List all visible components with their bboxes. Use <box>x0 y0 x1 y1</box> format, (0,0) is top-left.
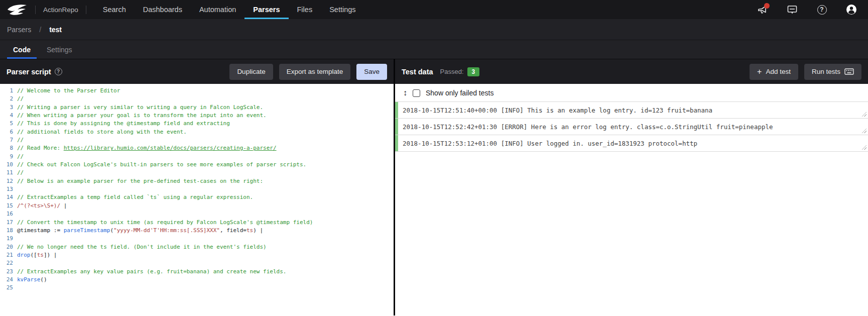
line-number: 25 <box>0 284 13 292</box>
notifications-megaphone-icon[interactable] <box>757 4 768 15</box>
resize-grip-icon[interactable] <box>862 129 866 133</box>
tab-settings[interactable]: Settings <box>41 40 78 59</box>
test-input-text[interactable]: 2018-10-15T12:51:40+00:00 [INFO] This is… <box>398 102 712 118</box>
code-text: // Writing a parser is very similar to w… <box>17 103 263 112</box>
test-case-row[interactable]: 2018-10-15T12:52:42+01:30 [ERROR] Here i… <box>395 119 868 135</box>
code-line[interactable]: 3// Writing a parser is very similar to … <box>0 103 394 112</box>
line-number: 20 <box>0 243 13 251</box>
code-line[interactable]: 2// <box>0 95 394 103</box>
line-number: 23 <box>0 268 13 276</box>
code-text: kvParse() <box>17 276 47 284</box>
line-number: 2 <box>0 95 13 103</box>
code-line[interactable]: 13 <box>0 185 394 193</box>
line-number: 3 <box>0 103 13 112</box>
code-line[interactable]: 15/^(?<ts>\S+)/ | <box>0 202 394 210</box>
test-case-row[interactable]: 2018-10-15T12:51:40+00:00 [INFO] This is… <box>395 102 868 119</box>
test-content: ↕ Show only failed tests 2018-10-15T12:5… <box>395 84 868 315</box>
code-line[interactable]: 24kvParse() <box>0 276 394 284</box>
parser-script-help-icon[interactable]: ? <box>55 68 62 75</box>
workspace: Parser script ? Duplicate Export as temp… <box>0 59 868 315</box>
tab-code[interactable]: Code <box>7 40 37 59</box>
line-number: 24 <box>0 276 13 284</box>
line-number: 14 <box>0 193 13 201</box>
line-number: 4 <box>0 112 13 120</box>
code-line[interactable]: 5// This is done by assigning the @times… <box>0 120 394 128</box>
code-text: // <box>17 136 24 144</box>
crowdstrike-falcon-logo[interactable] <box>0 0 35 19</box>
line-number: 12 <box>0 177 13 185</box>
primary-nav: SearchDashboardsAutomationParsersFilesSe… <box>94 0 364 19</box>
code-line[interactable]: 18@timestamp := parseTimestamp("yyyy-MM-… <box>0 227 394 235</box>
save-button[interactable]: Save <box>356 64 387 80</box>
code-line[interactable]: 6// additional fields to store along wit… <box>0 128 394 136</box>
line-number: 5 <box>0 120 13 128</box>
code-text: // additional fields to store along with… <box>17 128 187 136</box>
code-line[interactable]: 4// When writing a parser your goal is t… <box>0 112 394 120</box>
parser-script-label: Parser script <box>7 68 51 76</box>
keyboard-icon <box>844 68 854 75</box>
code-line[interactable]: 19 <box>0 235 394 243</box>
code-line[interactable]: 11// <box>0 169 394 177</box>
repo-name[interactable]: ActionRepo <box>36 0 86 19</box>
line-number: 16 <box>0 210 13 218</box>
code-line[interactable]: 9// <box>0 153 394 161</box>
breadcrumb: Parsers / test <box>0 19 868 40</box>
code-line[interactable]: 23// ExtractExamples any key value pairs… <box>0 268 394 276</box>
line-number: 11 <box>0 169 13 177</box>
code-line[interactable]: 17// Convert the timestamp to unix time … <box>0 219 394 227</box>
nav-item-search[interactable]: Search <box>94 0 135 19</box>
add-test-button[interactable]: + Add test <box>750 64 798 80</box>
top-nav-bar: ActionRepo SearchDashboardsAutomationPar… <box>0 0 868 19</box>
help-icon[interactable]: ? <box>816 4 827 15</box>
code-line[interactable]: 12// Below is an example parser for the … <box>0 177 394 185</box>
code-line[interactable]: 10// Check out Falcon LogScale's built-i… <box>0 161 394 169</box>
nav-item-automation[interactable]: Automation <box>191 0 244 19</box>
test-input-text[interactable]: 2018-10-15T12:52:42+01:30 [ERROR] Here i… <box>398 119 773 135</box>
nav-item-settings[interactable]: Settings <box>321 0 364 19</box>
line-number: 22 <box>0 259 13 267</box>
line-number: 8 <box>0 144 13 152</box>
nav-item-files[interactable]: Files <box>289 0 321 19</box>
nav-item-dashboards[interactable]: Dashboards <box>135 0 191 19</box>
test-case-row[interactable]: 2018-10-15T12:53:12+01:00 [INFO] User lo… <box>395 135 868 152</box>
line-number: 17 <box>0 219 13 227</box>
code-text: // Below is an example parser for the pr… <box>17 177 263 185</box>
duplicate-button[interactable]: Duplicate <box>229 64 273 80</box>
code-line[interactable]: 16 <box>0 210 394 218</box>
passed-count-badge: 3 <box>467 67 480 76</box>
help-glyph: ? <box>817 5 827 15</box>
resize-grip-icon[interactable] <box>862 112 866 117</box>
test-data-pane: Test data Passed: 3 + Add test Run tests <box>395 59 868 315</box>
test-input-text[interactable]: 2018-10-15T12:53:12+01:00 [INFO] User lo… <box>398 135 697 151</box>
code-line[interactable]: 21drop([ts]) | <box>0 251 394 259</box>
code-text: /^(?<ts>\S+)/ | <box>17 202 67 210</box>
code-line[interactable]: 1// Welcome to the Parser Editor <box>0 87 394 95</box>
line-number: 6 <box>0 128 13 136</box>
code-text: // Welcome to the Parser Editor <box>17 87 120 95</box>
resize-grip-icon[interactable] <box>862 145 866 150</box>
line-number: 1 <box>0 87 13 95</box>
code-editor[interactable]: 1// Welcome to the Parser Editor2//3// W… <box>0 84 394 315</box>
code-line[interactable]: 20// We no longer need the ts field. (Do… <box>0 243 394 251</box>
tab-bar: CodeSettings <box>0 40 868 59</box>
breadcrumb-separator: / <box>39 26 41 34</box>
code-line[interactable]: 8// Read More: https://library.humio.com… <box>0 144 394 152</box>
run-tests-button[interactable]: Run tests <box>804 64 861 80</box>
code-line[interactable]: 7// <box>0 136 394 144</box>
show-failed-label[interactable]: Show only failed tests <box>426 89 493 97</box>
show-failed-checkbox[interactable] <box>413 89 420 97</box>
export-as-template-button[interactable]: Export as template <box>279 64 351 80</box>
test-toolbar: Test data Passed: 3 + Add test Run tests <box>395 59 868 84</box>
line-number: 9 <box>0 153 13 161</box>
reorder-tests-icon[interactable]: ↕ <box>403 89 407 97</box>
code-line[interactable]: 25 <box>0 284 394 292</box>
plus-icon: + <box>757 68 762 76</box>
code-text: // When writing a parser your goal is to… <box>17 112 267 120</box>
code-text: // <box>17 169 24 177</box>
feedback-chat-icon[interactable] <box>787 4 798 15</box>
nav-item-parsers[interactable]: Parsers <box>244 0 288 19</box>
code-line[interactable]: 22 <box>0 259 394 267</box>
user-avatar-icon[interactable] <box>846 4 857 15</box>
code-line[interactable]: 14// ExtractExamples a temp field called… <box>0 193 394 201</box>
breadcrumb-parsers-link[interactable]: Parsers <box>7 26 31 34</box>
